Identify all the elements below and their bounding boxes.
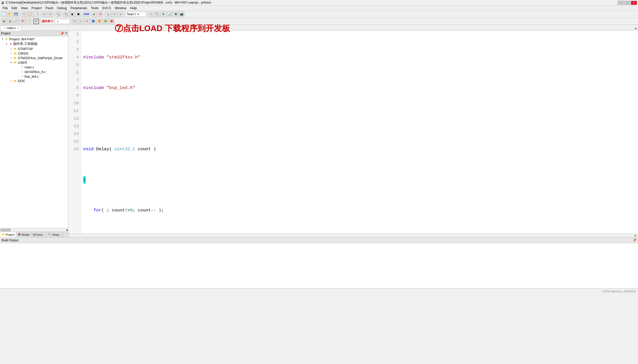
menu-svcs[interactable]: SVCS [101,6,112,10]
tree-item-bspled[interactable]: ▷ 📄 bsp_led.c [0,74,68,79]
proj-tab-project-icon: 📁 [2,233,5,236]
tb2-project-toggle[interactable]: P [33,19,39,24]
hscroll-bar[interactable]: ▶ [68,234,638,237]
build-output-pin[interactable]: 📌 [633,239,636,242]
project-hscroll[interactable]: ▶ [0,228,68,232]
tb-debug-start[interactable]: ▶ [91,11,97,17]
tb-new[interactable]: 📄 [1,11,7,17]
tb-paste[interactable]: 📝 [33,11,39,17]
tb-debug-stop[interactable]: ⏸ [97,11,103,17]
tb-extra3[interactable]: ⚙ [160,11,166,17]
tree-item-doc[interactable]: ▷ 📂 DOC [0,79,68,83]
menu-window[interactable]: Window [113,6,128,10]
line-num-13: 13 [70,122,79,130]
code-line-1: #include "stm32f4xx.h" [83,54,636,61]
tree-item-cmsis[interactable]: ▷ 📂 CMSIS [0,51,68,56]
tb-undo[interactable]: ↩ [41,11,47,17]
tb-step-over[interactable]: ↷ [111,11,117,17]
tb-open[interactable]: 📂 [7,11,13,17]
tb-redo[interactable]: ↪ [47,11,53,17]
tb2-btn6[interactable]: 🔨 [72,19,78,24]
tree-item-mainc[interactable]: ▷ 📄 main.c [0,65,68,69]
tb-rebuild[interactable]: ▦ [69,11,75,17]
tb-target-dropdown[interactable]: Target 1 ▼ [126,12,146,17]
tb2-btn10[interactable]: 🟠 [97,19,102,24]
tb-download[interactable]: LOAD [83,11,89,17]
proj-tab-books[interactable]: 📚 Books [16,232,31,237]
menu-flash[interactable]: Flash [44,6,55,10]
line-num-14: 14 [70,130,79,138]
tree-item-startup[interactable]: ▷ 📂 STARTUP [0,46,68,51]
tb-sep1 [20,12,20,17]
proj-tab-funct[interactable]: {} Funct... [31,232,46,237]
project-hscroll-thumb[interactable] [1,229,11,231]
tree-item-firmware[interactable]: ▼ ⚙ 固件库-工程模版 [0,41,68,46]
tb-step-in[interactable]: ↘ [105,11,111,17]
tb-cut[interactable]: ✂ [21,11,27,17]
hscroll-right-arrow[interactable]: ▶ [635,234,637,237]
tree-item-user[interactable]: ▼ 📂 USER [0,60,68,65]
tb2-btn1[interactable]: 📦 [1,19,7,24]
proj-tab-project[interactable]: 📁 Project [0,232,16,237]
tb2-btn5[interactable]: 📝 [26,19,31,24]
tree-item-stm32driver[interactable]: ▷ 📂 STM32F4xx_StdPeriph_Driver [0,56,68,60]
maximize-button[interactable]: □ [624,1,630,5]
menu-help[interactable]: Help [129,6,139,10]
proj-tab-temp[interactable]: 🔧 Temp... [46,232,63,237]
tb-extra5[interactable]: 🖥 [173,11,178,17]
line-numbers: 1 2 3 4 5 6 7 8 9 10 11 12 13 14 15 16 [68,31,81,234]
project-panel-pin[interactable]: 📌 [60,32,64,35]
tb2-sep2 [40,19,40,24]
tb-extra2[interactable]: 🔧 [154,11,160,17]
project-panel-title: Project [1,32,10,35]
menu-file[interactable]: File [1,6,9,10]
project-scroll-right-arrow[interactable]: ▶ [67,229,68,232]
close-button[interactable]: ✕ [631,1,637,5]
tree-item-stm32it[interactable]: ▷ 📄 stm32f4xx_it.c [0,69,68,74]
tb2-btn2[interactable]: 🖨 [7,19,13,24]
tab-close-main-c[interactable]: ✕ [17,27,19,30]
tab-scroll-right[interactable]: ▶ [634,27,638,30]
tb2-btn3[interactable]: 🔎 [13,19,19,24]
code-area[interactable]: 1 2 3 4 5 6 7 8 9 10 11 12 13 14 15 16 [68,31,638,234]
tb-stop[interactable]: ⏹ [76,11,81,17]
proj-tab-project-label: Project [6,233,14,236]
tb-extra1[interactable]: ⚡ [148,11,154,17]
tb-step-out[interactable]: ↗ [118,11,123,17]
tb-copy[interactable]: 📋 [27,11,33,17]
tb2-btn7[interactable]: ✔ [78,19,84,24]
tb2-btn8[interactable]: ✖ [84,19,90,24]
menu-debug[interactable]: Debug [56,6,68,10]
menu-project[interactable]: Project [30,6,43,10]
build-output-content[interactable] [0,243,638,288]
window-title: C:\Users\wj\Desktop\test\12-GPIO输出—使用固件库… [6,1,211,5]
tb-extra4[interactable]: 📊 [167,11,172,17]
tree-root[interactable]: ▼ 📁 Project: BH-F407 [0,37,68,41]
tb-extra6[interactable]: 📺 [179,11,184,17]
title-bar-controls: ─ □ ✕ [618,1,637,5]
tb-sep5 [82,12,82,17]
menu-peripherals[interactable]: Peripherals [69,6,89,10]
tb2-btn11[interactable]: 🟢 [103,19,108,24]
tb-find[interactable]: 🔍 [55,11,61,17]
line-num-3: 3 [70,46,79,54]
tb2-btn12[interactable]: 🔴 [109,19,115,24]
tree-icon-bspled: 📄 [20,74,24,78]
minimize-button[interactable]: ─ [618,1,624,5]
menu-tools[interactable]: Tools [89,6,100,10]
brace-open-5: { [83,176,86,184]
tab-main-c[interactable]: 📄 main.c ✕ [1,26,21,31]
project-panel-close[interactable]: ✕ [65,32,67,35]
line-num-11: 11 [70,107,79,115]
tb2-btn9[interactable]: 🔵 [91,19,96,24]
menu-view[interactable]: View [19,6,29,10]
code-content[interactable]: #include "stm32f4xx.h" #include "bsp_led… [81,31,638,234]
tb2-firmware-dropdown[interactable]: ∨ [55,19,70,24]
hscroll-thumb[interactable] [69,234,70,237]
tb-build[interactable]: 🔨 [63,11,69,17]
menu-edit[interactable]: Edit [10,6,19,10]
tb2-btn4[interactable]: 📌 [19,19,25,24]
tb-save[interactable]: 💾 [13,11,19,17]
include-kw-2: #include [83,84,104,92]
tb-sep7 [104,12,104,17]
